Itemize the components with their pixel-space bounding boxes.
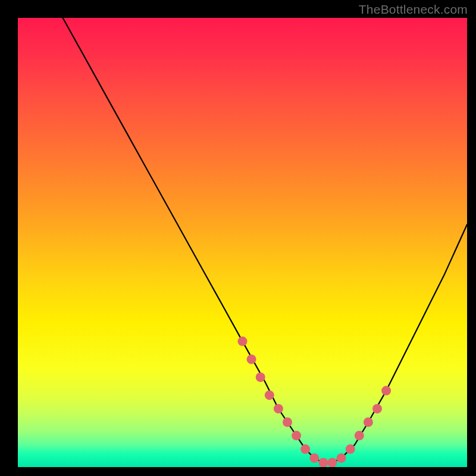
marker-point [283, 418, 292, 427]
plot-area [18, 18, 467, 467]
chart-overlay [18, 18, 467, 467]
marker-point [355, 431, 364, 440]
marker-point [238, 337, 248, 346]
marker-point [265, 390, 274, 400]
marker-point [346, 444, 355, 454]
marker-point [337, 453, 346, 463]
chart-frame: TheBottleneck.com [0, 0, 476, 476]
marker-point [256, 372, 265, 382]
marker-point [372, 404, 382, 414]
marker-point [309, 453, 319, 463]
attribution-label: TheBottleneck.com [359, 2, 468, 17]
marker-point [274, 404, 283, 414]
marker-point [364, 418, 373, 427]
marker-point [381, 386, 391, 396]
marker-group [238, 337, 392, 467]
marker-point [300, 444, 310, 454]
marker-point [292, 431, 301, 440]
marker-point [247, 355, 256, 364]
marker-point [328, 458, 337, 468]
marker-point [318, 458, 328, 468]
